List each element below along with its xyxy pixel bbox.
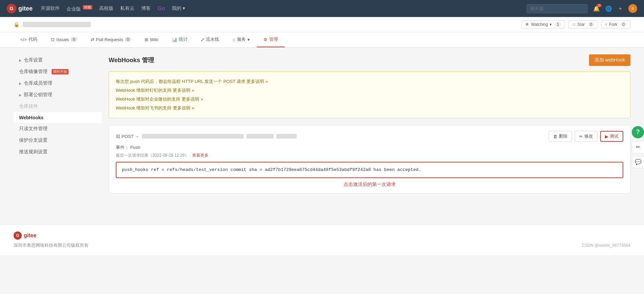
chevron-right-icon-2: ▶ <box>19 82 22 85</box>
help-button[interactable]: ? <box>632 126 644 138</box>
logo-text: gitee <box>18 5 33 12</box>
repo-name <box>23 22 91 27</box>
nav-right: 🔔 2 🌐 ＋ B <box>527 4 637 13</box>
tab-pr[interactable]: ⇄ Pull Requests 0 <box>84 32 138 47</box>
repo-actions: 👁 Watching ▾ 1 ☆ Star 0 ⑂ Fork 0 <box>521 20 630 29</box>
info-line-2: WebHook 增加对钉钉的支持 更多说明 » <box>116 86 623 95</box>
sidebar-item-push-rules[interactable]: 推送规则设置 <box>14 146 102 158</box>
play-icon: ▶ <box>605 134 608 139</box>
sidebar-item-repo-settings[interactable]: ▶ 仓库设置 <box>14 54 102 66</box>
pr-icon: ⇄ <box>91 37 94 42</box>
tab-services[interactable]: ⌂ 服务 ▾ <box>226 32 257 47</box>
code-icon: </> <box>20 37 27 42</box>
sidebar-item-readonly[interactable]: 只读文件管理 <box>14 123 102 135</box>
page-title: WebHooks 管理 <box>109 56 154 64</box>
sidebar-item-mirror[interactable]: 仓库镜像管理 限时开放 <box>14 66 102 77</box>
footer: G gitee 深圳市奥思网络科技有限公司版权所有 CSDN @weixin_4… <box>0 224 644 255</box>
footer-bottom: 深圳市奥思网络科技有限公司版权所有 CSDN @weixin_46774564 <box>14 242 630 248</box>
watching-count: 1 <box>555 22 561 27</box>
webhook-result-box: push_hooks ref = refs/heads/test_version… <box>116 162 623 178</box>
tab-stats[interactable]: 📊 统计 <box>165 32 195 47</box>
avatar[interactable]: B <box>628 4 637 13</box>
footer-company: 深圳市奥思网络科技有限公司版权所有 <box>14 242 89 248</box>
chat-float-button[interactable]: 💬 <box>632 156 644 168</box>
tab-wiki[interactable]: ⊞ Wiki <box>138 32 165 47</box>
fork-icon: ⑂ <box>605 22 607 27</box>
edit-webhook-button[interactable]: ✏ 修改 <box>575 131 597 142</box>
webhook-event: 事件： Push <box>116 144 623 151</box>
enterprise-badge: 特惠 <box>83 5 92 10</box>
stats-icon: 📊 <box>172 37 177 42</box>
issues-count: 0 <box>71 37 77 42</box>
top-nav: G gitee 开源软件 企业版 特惠 高校版 私有云 博客 Go 我的 ▾ 🔔… <box>0 0 644 17</box>
discover-btn[interactable]: 🌐 <box>605 5 612 12</box>
tab-code[interactable]: </> 代码 <box>14 32 44 47</box>
fork-btn[interactable]: ⑂ Fork 0 <box>601 20 630 29</box>
search-input[interactable] <box>527 4 588 13</box>
sidebar-item-webhooks[interactable]: WebHooks <box>14 112 102 123</box>
lock-icon: 🔒 <box>14 22 19 27</box>
test-webhook-button[interactable]: ▶ 测试 <box>600 131 623 142</box>
info-line-3: WebHook 增加对企业微信的支持 更多说明 » <box>116 95 623 104</box>
sub-header: 🔒 👁 Watching ▾ 1 ☆ Star 0 ⑂ Fork 0 <box>0 17 644 32</box>
link-icon: ⛓ <box>116 134 120 139</box>
webhook-last-req: 最后一次请求结果（2022-08-28 12:29） 查看更多 <box>116 153 623 158</box>
chevron-right-icon: ▶ <box>19 58 22 62</box>
eye-icon: 👁 <box>525 22 529 27</box>
watching-label: Watching <box>531 22 548 27</box>
tab-manage[interactable]: ⚙ 管理 <box>257 32 285 47</box>
sidebar-item-member[interactable]: ▶ 仓库成员管理 <box>14 77 102 89</box>
repo-info: 🔒 <box>14 22 91 27</box>
info-line-1: 每次您 push 代码后，都会给远程 HTTP URL 发送一个 POST 请求… <box>116 77 623 86</box>
webhook-url-row: ⛓ POST → <box>116 134 549 139</box>
nav-enterprise[interactable]: 企业版 特惠 <box>67 5 92 12</box>
fork-count: 0 <box>620 22 627 27</box>
tab-issues[interactable]: ⊡ Issues 0 <box>44 32 84 47</box>
add-btn[interactable]: ＋ <box>618 5 623 12</box>
pr-count: 0 <box>125 37 131 42</box>
nav-blog[interactable]: 博客 <box>141 5 151 12</box>
page-content: WebHooks 管理 添加 webHook 每次您 push 代码后，都会给远… <box>109 54 630 211</box>
star-icon: ☆ <box>572 22 576 27</box>
nav-mine[interactable]: 我的 ▾ <box>172 5 185 12</box>
logo[interactable]: G gitee <box>7 4 33 13</box>
sidebar: ▶ 仓库设置 仓库镜像管理 限时开放 ▶ 仓库成员管理 ▶ 部署公钥管理 仓库挂… <box>14 54 102 211</box>
bottom-annotation: 点击激活后的第一次请求 <box>116 181 623 188</box>
nav-private[interactable]: 私有云 <box>120 5 134 12</box>
mirror-badge: 限时开放 <box>52 69 69 74</box>
right-float-icons: ? ✏ 💬 <box>632 126 644 168</box>
page-header: WebHooks 管理 添加 webHook <box>109 54 630 66</box>
sidebar-item-deploy-key[interactable]: ▶ 部署公钥管理 <box>14 89 102 101</box>
edit-float-button[interactable]: ✏ <box>632 141 644 153</box>
footer-csdn: CSDN @weixin_46774564 <box>582 243 630 248</box>
nav-opensource[interactable]: 开源软件 <box>41 5 60 12</box>
nav-school[interactable]: 高校版 <box>99 5 113 12</box>
add-webhook-button[interactable]: 添加 webHook <box>589 54 630 66</box>
footer-logo-text: gitee <box>24 232 36 239</box>
view-more-link[interactable]: 查看更多 <box>192 153 208 158</box>
manage-icon: ⚙ <box>263 37 268 42</box>
pipeline-icon: ⑇ <box>201 37 204 42</box>
tab-pipeline[interactable]: ⑇ 流水线 <box>195 32 226 47</box>
fork-label: Fork <box>609 22 617 27</box>
watching-btn[interactable]: 👁 Watching ▾ 1 <box>521 20 565 29</box>
footer-logo: G gitee <box>14 231 630 240</box>
info-line-4: WebHook 增加对飞书的支持 更多说明 » <box>116 104 623 113</box>
notification-btn[interactable]: 🔔 2 <box>593 5 600 12</box>
notification-badge: 2 <box>597 4 602 7</box>
services-icon: ⌂ <box>233 37 235 42</box>
delete-webhook-button[interactable]: 🗑 删除 <box>549 131 572 142</box>
webhook-url-blur3 <box>276 134 297 139</box>
sidebar-item-branch-protect[interactable]: 保护分支设置 <box>14 135 102 146</box>
edit-icon: ✏ <box>579 134 583 139</box>
issues-icon: ⊡ <box>51 37 55 42</box>
trash-icon: 🗑 <box>553 134 557 139</box>
nav-go[interactable]: Go <box>158 5 165 12</box>
star-btn[interactable]: ☆ Star 0 <box>568 20 598 29</box>
info-box: 每次您 push 代码后，都会给远程 HTTP URL 发送一个 POST 请求… <box>109 71 630 118</box>
webhook-url-blur <box>142 134 244 139</box>
nav-items: 开源软件 企业版 特惠 高校版 私有云 博客 Go 我的 ▾ <box>41 5 185 12</box>
logo-icon: G <box>7 4 16 13</box>
webhook-url-blur2 <box>246 134 274 139</box>
webhook-method: ⛓ POST → <box>116 134 139 139</box>
